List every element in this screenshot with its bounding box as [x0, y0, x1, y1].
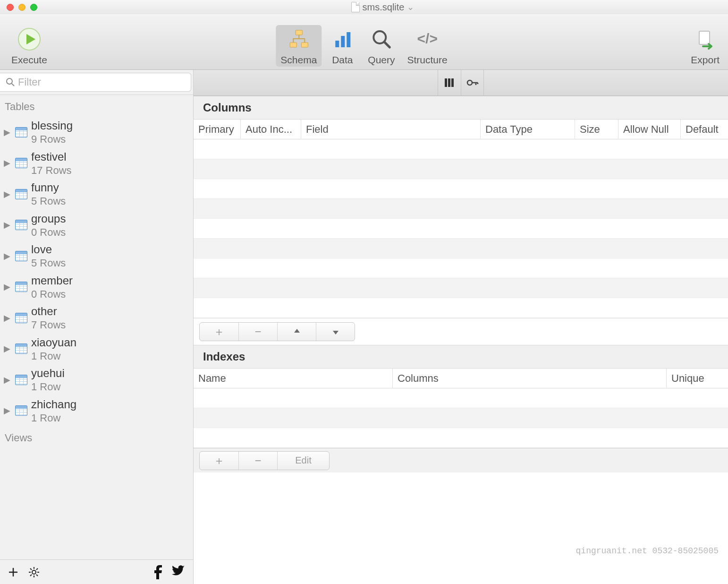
zoom-window-button[interactable]: [30, 4, 37, 11]
disclosure-triangle-icon[interactable]: ▶: [3, 313, 11, 323]
query-tab[interactable]: Query: [363, 25, 399, 67]
add-button[interactable]: [4, 564, 23, 581]
remove-index-button[interactable]: −: [238, 452, 277, 470]
twitter-icon[interactable]: [170, 565, 185, 579]
sidebar-table-item[interactable]: ▶love5 Rows: [0, 240, 193, 272]
sidebar-table-item[interactable]: ▶xiaoyuan1 Row: [0, 334, 193, 365]
header-index-name[interactable]: Name: [194, 369, 393, 388]
disclosure-triangle-icon[interactable]: ▶: [3, 375, 11, 385]
add-index-button[interactable]: ＋: [200, 452, 238, 470]
sidebar: Tables ▶blessing9 Rows▶festivel17 Rows▶f…: [0, 70, 194, 584]
close-window-button[interactable]: [7, 4, 14, 11]
facebook-icon[interactable]: [152, 565, 163, 579]
svg-line-20: [36, 575, 38, 576]
export-button[interactable]: Export: [686, 25, 724, 67]
disclosure-triangle-icon[interactable]: ▶: [3, 282, 11, 292]
sidebar-table-item[interactable]: ▶yuehui1 Row: [0, 364, 193, 395]
schema-tab[interactable]: Schema: [276, 25, 322, 67]
table-row[interactable]: [194, 428, 728, 448]
table-icon: [15, 344, 27, 354]
bar-chart-icon: [329, 26, 356, 52]
table-row[interactable]: [194, 258, 728, 278]
table-icon: [15, 220, 27, 230]
table-row[interactable]: [194, 219, 728, 239]
disclosure-triangle-icon[interactable]: ▶: [3, 158, 11, 168]
add-column-button[interactable]: ＋: [200, 323, 238, 341]
disclosure-triangle-icon[interactable]: ▶: [3, 189, 11, 199]
play-icon: [16, 26, 42, 52]
filter-field[interactable]: [0, 73, 191, 92]
svg-line-19: [30, 568, 32, 570]
magnifier-icon: [368, 26, 395, 52]
settings-button[interactable]: [25, 564, 43, 581]
sidebar-table-item[interactable]: ▶funny5 Rows: [0, 179, 193, 210]
table-rowcount-label: 7 Rows: [31, 318, 66, 332]
table-name-label: yuehui: [31, 366, 65, 380]
svg-line-21: [30, 575, 32, 576]
svg-point-26: [467, 80, 472, 85]
disclosure-triangle-icon[interactable]: ▶: [3, 344, 11, 354]
header-index-columns[interactable]: Columns: [393, 369, 667, 388]
table-row[interactable]: [194, 408, 728, 428]
svg-rect-2: [296, 30, 302, 35]
header-index-unique[interactable]: Unique: [667, 369, 728, 388]
table-icon: [15, 282, 27, 292]
header-field[interactable]: Field: [301, 120, 481, 139]
svg-line-9: [384, 42, 389, 47]
table-row[interactable]: [194, 298, 728, 318]
svg-rect-23: [445, 78, 447, 87]
disclosure-triangle-icon[interactable]: ▶: [3, 251, 11, 261]
header-datatype[interactable]: Data Type: [481, 120, 575, 139]
header-primary[interactable]: Primary: [194, 120, 241, 139]
table-icon: [15, 251, 27, 261]
filter-input[interactable]: [18, 76, 185, 88]
minimize-window-button[interactable]: [18, 4, 25, 11]
disclosure-triangle-icon[interactable]: ▶: [3, 220, 11, 230]
table-rowcount-label: 5 Rows: [31, 195, 66, 208]
edit-index-button[interactable]: Edit: [277, 452, 329, 470]
table-name-label: love: [31, 242, 66, 257]
remove-column-button[interactable]: −: [238, 323, 277, 341]
header-autoinc[interactable]: Auto Inc...: [241, 120, 301, 139]
index-headers-row: Name Columns Unique: [194, 369, 728, 388]
structure-tab[interactable]: </> Structure: [403, 25, 452, 67]
tables-section-label: Tables: [0, 95, 193, 117]
table-name-label: groups: [31, 212, 66, 226]
sidebar-table-item[interactable]: ▶zhichang1 Row: [0, 395, 193, 427]
sidebar-table-item[interactable]: ▶blessing9 Rows: [0, 117, 193, 148]
disclosure-triangle-icon[interactable]: ▶: [3, 405, 11, 416]
table-row[interactable]: [194, 239, 728, 258]
table-row[interactable]: [194, 278, 728, 298]
sidebar-table-item[interactable]: ▶member0 Rows: [0, 272, 193, 303]
header-size[interactable]: Size: [575, 120, 618, 139]
columns-section-header: Columns: [194, 96, 728, 120]
sidebar-table-item[interactable]: ▶other7 Rows: [0, 302, 193, 334]
table-icon: [15, 189, 27, 199]
title-dropdown-icon[interactable]: ⌄: [407, 2, 414, 12]
table-name-label: funny: [31, 180, 66, 195]
table-rowcount-label: 1 Row: [31, 412, 76, 425]
data-label: Data: [332, 54, 353, 66]
execute-button[interactable]: Execute: [7, 25, 52, 67]
table-name-label: member: [31, 274, 73, 288]
sidebar-table-item[interactable]: ▶festivel17 Rows: [0, 148, 193, 179]
table-row[interactable]: [194, 159, 728, 179]
table-row[interactable]: [194, 199, 728, 219]
schema-label: Schema: [280, 54, 317, 66]
keys-view-toggle[interactable]: [461, 70, 483, 95]
table-row[interactable]: [194, 179, 728, 199]
traffic-lights: [0, 4, 37, 11]
columns-view-toggle[interactable]: [438, 70, 461, 95]
data-tab[interactable]: Data: [324, 25, 360, 67]
header-default[interactable]: Default: [681, 120, 728, 139]
svg-rect-7: [347, 32, 350, 47]
move-down-button[interactable]: [316, 323, 355, 341]
window-title: sms.sqlite ⌄: [37, 2, 728, 13]
disclosure-triangle-icon[interactable]: ▶: [3, 127, 11, 137]
move-up-button[interactable]: [277, 323, 316, 341]
sidebar-table-item[interactable]: ▶groups0 Rows: [0, 210, 193, 241]
header-allownull[interactable]: Allow Null: [618, 120, 681, 139]
table-row[interactable]: [194, 139, 728, 159]
views-section-label: Views: [0, 426, 193, 448]
table-row[interactable]: [194, 388, 728, 408]
